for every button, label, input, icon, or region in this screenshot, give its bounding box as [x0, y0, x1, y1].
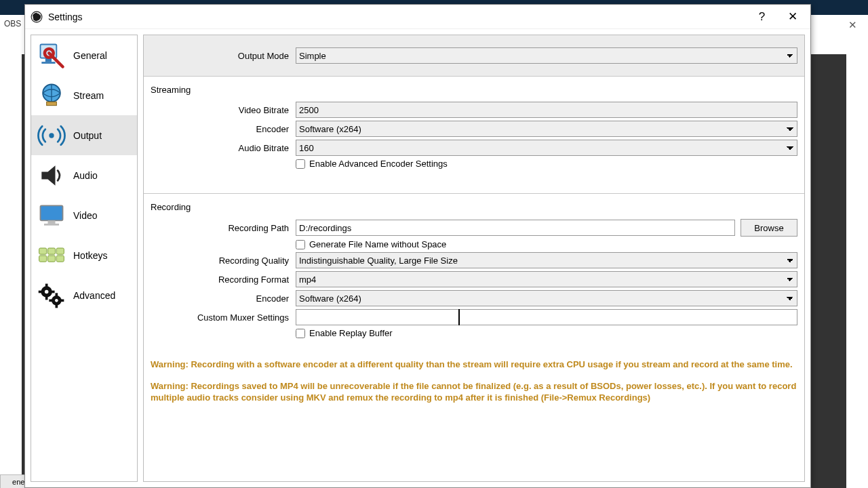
gears-icon — [37, 281, 66, 310]
recording-encoder-label: Encoder — [151, 293, 296, 304]
recording-section: Recording Recording Path Browse Generate… — [144, 194, 804, 349]
sidebar-item-label: Stream — [73, 90, 104, 101]
advanced-encoder-checkbox[interactable] — [296, 159, 305, 169]
replay-buffer-label: Enable Replay Buffer — [309, 328, 393, 338]
keyboard-icon — [37, 241, 66, 270]
close-button[interactable]: ✕ — [777, 7, 808, 27]
sidebar-item-general[interactable]: General — [31, 35, 137, 75]
sidebar-item-audio[interactable]: Audio — [31, 155, 137, 195]
globe-icon — [37, 81, 66, 110]
audio-bitrate-label: Audio Bitrate — [151, 143, 296, 153]
sidebar-item-advanced[interactable]: Advanced — [31, 275, 137, 315]
recording-quality-select[interactable]: Indistinguishable Quality, Large File Si… — [296, 252, 797, 268]
background-close-button[interactable]: ✕ — [837, 15, 868, 35]
sidebar-item-label: General — [73, 50, 107, 61]
video-bitrate-label: Video Bitrate — [151, 105, 296, 115]
no-space-label: Generate File Name without Space — [309, 239, 446, 249]
background-app-label: OBS — [4, 19, 21, 28]
svg-rect-12 — [39, 248, 47, 254]
svg-rect-22 — [39, 290, 43, 293]
svg-rect-27 — [61, 299, 64, 302]
sidebar-item-output[interactable]: Output — [31, 115, 137, 155]
content-panel: Output Mode Simple Streaming Video Bitra… — [143, 35, 805, 482]
svg-rect-20 — [45, 283, 48, 287]
svg-rect-16 — [48, 256, 56, 262]
titlebar: Settings ? ✕ — [25, 5, 810, 29]
recording-format-select[interactable]: mp4 — [296, 271, 797, 287]
svg-rect-7 — [47, 102, 57, 106]
monitor-icon — [37, 201, 66, 230]
muxer-label: Custom Muxer Settings — [151, 312, 296, 323]
sidebar-item-label: Audio — [73, 170, 98, 181]
svg-rect-9 — [41, 205, 63, 220]
obs-icon — [31, 11, 43, 23]
stream-encoder-select[interactable]: Software (x264) — [296, 121, 797, 137]
speaker-icon — [37, 161, 66, 190]
svg-point-29 — [55, 299, 58, 302]
svg-rect-13 — [48, 248, 56, 254]
browse-button[interactable]: Browse — [741, 219, 797, 237]
svg-rect-24 — [56, 293, 58, 296]
window-title: Settings — [48, 12, 83, 22]
audio-bitrate-select[interactable]: 160 — [296, 140, 797, 156]
svg-rect-10 — [48, 220, 56, 224]
warning-mp4: Warning: Recordings saved to MP4 will be… — [151, 380, 797, 404]
svg-rect-11 — [44, 223, 59, 225]
recording-path-input[interactable] — [296, 220, 735, 236]
recording-format-label: Recording Format — [151, 274, 296, 285]
sidebar-item-label: Hotkeys — [73, 250, 108, 261]
sidebar-item-video[interactable]: Video — [31, 195, 137, 235]
warning-cpu: Warning: Recording with a software encod… — [151, 359, 797, 371]
recording-encoder-select[interactable]: Software (x264) — [296, 290, 797, 306]
svg-rect-23 — [51, 290, 55, 293]
svg-rect-4 — [41, 62, 55, 64]
svg-rect-17 — [56, 256, 64, 262]
svg-rect-14 — [56, 248, 64, 254]
sidebar-item-hotkeys[interactable]: Hotkeys — [31, 235, 137, 275]
output-mode-label: Output Mode — [151, 51, 296, 61]
stream-encoder-label: Encoder — [151, 124, 296, 134]
sidebar-item-label: Video — [73, 210, 98, 221]
recording-path-label: Recording Path — [151, 223, 296, 233]
svg-rect-15 — [39, 256, 47, 262]
sidebar-item-stream[interactable]: Stream — [31, 75, 137, 115]
help-button[interactable]: ? — [747, 7, 777, 27]
recording-quality-label: Recording Quality — [151, 256, 296, 266]
sidebar: General Stream Output Audio — [31, 35, 138, 482]
output-mode-select[interactable]: Simple — [296, 47, 797, 64]
streaming-section: Streaming Video Bitrate Encoder Software… — [144, 77, 804, 194]
settings-dialog: Settings ? ✕ General Stream — [24, 4, 811, 488]
warnings-block: Warning: Recording with a software encod… — [144, 349, 804, 423]
wrench-icon — [37, 41, 66, 70]
sidebar-item-label: Advanced — [73, 290, 115, 301]
svg-point-28 — [45, 289, 49, 293]
svg-point-8 — [49, 133, 54, 138]
advanced-encoder-label: Enable Advanced Encoder Settings — [309, 159, 448, 169]
no-space-checkbox[interactable] — [296, 240, 305, 249]
svg-rect-25 — [56, 304, 58, 308]
recording-title: Recording — [151, 202, 797, 212]
broadcast-icon — [37, 121, 66, 150]
video-bitrate-input[interactable] — [296, 102, 797, 118]
svg-rect-26 — [49, 299, 52, 302]
sidebar-item-label: Output — [73, 130, 102, 141]
streaming-title: Streaming — [151, 85, 797, 95]
svg-rect-21 — [45, 296, 48, 300]
replay-buffer-checkbox[interactable] — [296, 329, 305, 338]
muxer-input[interactable] — [296, 309, 797, 325]
